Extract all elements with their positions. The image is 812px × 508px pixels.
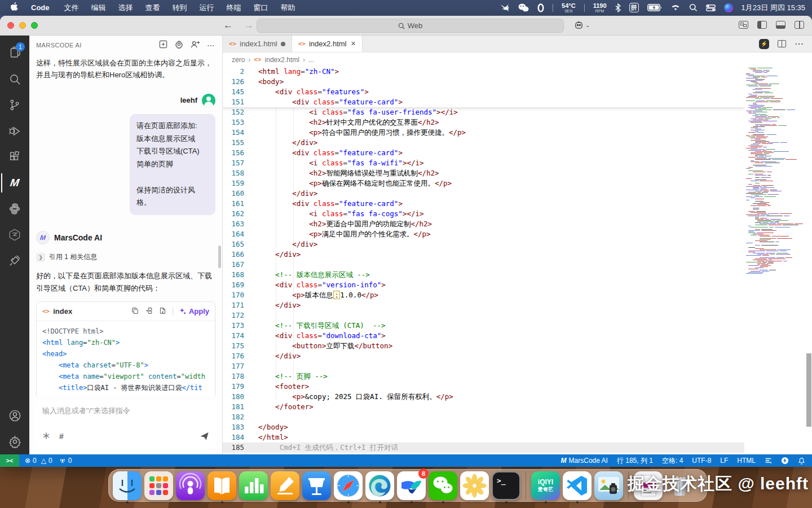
dock-keynote-icon[interactable] <box>302 471 331 500</box>
code-line-154[interactable]: 154 <p>符合中国用户的使用习惯，操作更便捷。</p> <box>223 128 744 138</box>
tools-sidebar-icon[interactable] <box>1 248 28 274</box>
new-chat-icon[interactable] <box>159 40 167 50</box>
code-line-175[interactable]: 175 <button>立即下载</button> <box>223 341 744 351</box>
code-line-166[interactable]: 166 </div> <box>223 249 744 260</box>
code-line-172[interactable]: 172 <box>223 310 744 321</box>
zeabur-status-icon[interactable] <box>781 457 789 465</box>
control-center-icon[interactable] <box>706 3 716 13</box>
code-editor[interactable]: 152 <i class="fas fa-user-friends"></i>1… <box>223 67 812 454</box>
copy-code-icon[interactable] <box>131 307 139 316</box>
code-line-174[interactable]: 174 <div class="download-cta"> <box>223 331 744 341</box>
sidebar-settings-icon[interactable] <box>175 40 183 50</box>
commands-icon[interactable] <box>42 432 50 441</box>
code-line-163[interactable]: 163 <h2>更适合中国用户的功能定制</h2> <box>223 219 744 229</box>
extensions-icon[interactable] <box>1 144 28 170</box>
cursor-position[interactable]: 行 185, 列 1 <box>617 456 653 466</box>
code-line-176[interactable]: 176 </div> <box>223 351 744 361</box>
split-editor-icon[interactable] <box>778 40 786 47</box>
accounts-icon[interactable] <box>1 402 28 428</box>
zoom-window-button[interactable] <box>31 22 38 29</box>
insert-code-icon[interactable] <box>145 307 153 316</box>
code-line-160[interactable]: 160 </div> <box>223 189 744 199</box>
menu-item[interactable]: 帮助 <box>275 3 302 12</box>
customize-layout-icon[interactable] <box>739 21 748 29</box>
code-line-180[interactable]: 180 <p>&copy; 2025 口袋AI. 保留所有权利。</p> <box>223 392 744 402</box>
encoding-status[interactable]: UTF-8 <box>692 457 711 465</box>
more-actions-icon[interactable]: ⋯ <box>207 41 215 50</box>
share-profile-icon[interactable] <box>191 40 200 50</box>
dock-terminal-icon[interactable]: >_ <box>492 471 520 500</box>
marscode-ai-icon[interactable]: M <box>1 170 28 196</box>
problems-status[interactable]: ⊗0 △0 <box>25 457 52 465</box>
bluetooth-icon[interactable] <box>615 3 621 13</box>
code-line-164[interactable]: 164 <p>满足中国用户的个性化需求。</p> <box>223 229 744 239</box>
code-line-171[interactable]: 171 </div> <box>223 300 744 310</box>
modified-dot-icon[interactable] <box>281 42 285 46</box>
editor-more-actions-icon[interactable]: ⋯ <box>795 38 804 49</box>
dock-podcasts-icon[interactable] <box>176 471 205 500</box>
sticky-scroll[interactable]: 2<html lang="zh-CN">126<body>145 <div cl… <box>223 67 744 107</box>
code-line-182[interactable]: 182 <box>223 412 744 422</box>
code-line-155[interactable]: 155 </div> <box>223 138 744 148</box>
marscode-status[interactable]: MMarsCode AI <box>561 457 608 465</box>
code-line-167[interactable]: 167 <box>223 260 744 270</box>
code-line-157[interactable]: 157 <i class="fas fa-wifi"></i> <box>223 158 744 168</box>
zeabur-sidebar-icon[interactable] <box>1 222 28 248</box>
menu-item[interactable]: 文件 <box>58 3 85 12</box>
code-line-177[interactable]: 177 <box>223 361 744 371</box>
code-line-153[interactable]: 153 <h2>针对中文用户优化的交互界面</h2> <box>223 117 744 128</box>
ports-status[interactable]: 0 <box>59 457 72 465</box>
dock-wechat-icon[interactable] <box>429 471 457 500</box>
code-line-156[interactable]: 156 <div class="feature-card"> <box>223 148 744 158</box>
eol-status[interactable]: LF <box>720 457 728 465</box>
dock-launchpad-icon[interactable] <box>144 471 173 500</box>
navigate-back-button[interactable]: ← <box>223 20 233 31</box>
code-line-158[interactable]: 158 <h2>智能网络错误处理与重试机制</h2> <box>223 168 744 178</box>
code-line-183[interactable]: 183</body> <box>223 422 744 432</box>
code-line-178[interactable]: 178 <!-- 页脚 --> <box>223 371 744 382</box>
code-line-162[interactable]: 162 <i class="fas fa-cogs"></i> <box>223 209 744 219</box>
context-hash-icon[interactable]: # <box>59 432 64 441</box>
run-debug-icon[interactable] <box>1 118 28 144</box>
menu-item[interactable]: 编辑 <box>85 3 112 12</box>
wechat-status-icon[interactable] <box>518 3 529 13</box>
dock-photos-icon[interactable] <box>460 471 489 500</box>
apple-menu-icon[interactable] <box>6 2 23 13</box>
toggle-primary-sidebar-icon[interactable] <box>757 21 767 29</box>
editor-scrollbar[interactable] <box>806 353 811 427</box>
breadcrumb-folder[interactable]: zero <box>232 56 245 64</box>
formatter-icon[interactable] <box>765 457 772 465</box>
close-window-button[interactable] <box>7 22 14 29</box>
input-method-icon[interactable]: 拼 <box>629 3 639 12</box>
code-line-181[interactable]: 181 </footer> <box>223 402 744 412</box>
wifi-icon[interactable] <box>670 3 681 13</box>
battery-icon[interactable] <box>647 3 662 13</box>
notifications-bell-icon[interactable] <box>798 457 805 465</box>
minimize-window-button[interactable] <box>19 22 26 29</box>
dock-vscode-icon[interactable] <box>563 471 592 500</box>
language-mode[interactable]: HTML <box>737 457 756 465</box>
close-tab-icon[interactable]: × <box>351 39 355 48</box>
temperature-status[interactable]: 54°C SEN <box>562 3 576 13</box>
zero-app-icon[interactable] <box>537 3 544 13</box>
breadcrumb-symbol[interactable]: ... <box>308 56 314 64</box>
remote-indicator[interactable]: >< <box>0 454 19 467</box>
toggle-secondary-sidebar-icon[interactable] <box>795 21 804 29</box>
code-line-152[interactable]: 152 <i class="fas fa-user-friends"></i> <box>223 107 744 117</box>
toggle-panel-icon[interactable] <box>776 21 785 29</box>
code-line-169[interactable]: 169 <div class="version-info"> <box>223 280 744 290</box>
breadcrumb-file[interactable]: index2.html <box>265 56 299 64</box>
code-line-184[interactable]: 184</html> <box>223 432 744 443</box>
code-line-151[interactable]: 151 <div class="feature-card"> <box>223 97 744 107</box>
navigate-forward-button[interactable]: → <box>244 20 254 31</box>
indentation-status[interactable]: 空格: 4 <box>662 456 683 466</box>
code-card-content[interactable]: <!DOCTYPE html><html lang="zh-CN"><head>… <box>37 321 215 396</box>
minimap[interactable] <box>744 67 805 454</box>
code-line-179[interactable]: 179 <footer> <box>223 382 744 392</box>
menubar-datetime[interactable]: 1月23日 周四 15:35 <box>742 3 805 13</box>
menu-item[interactable]: 查看 <box>139 3 166 12</box>
code-line-161[interactable]: 161 <div class="feature-card"> <box>223 199 744 209</box>
sidebar-scrollbar[interactable] <box>218 246 221 268</box>
dock-books-icon[interactable] <box>208 471 236 500</box>
code-line-185[interactable]: 185 Cmd+I 生成代码，Ctrl+I 打开对话 <box>223 443 744 453</box>
